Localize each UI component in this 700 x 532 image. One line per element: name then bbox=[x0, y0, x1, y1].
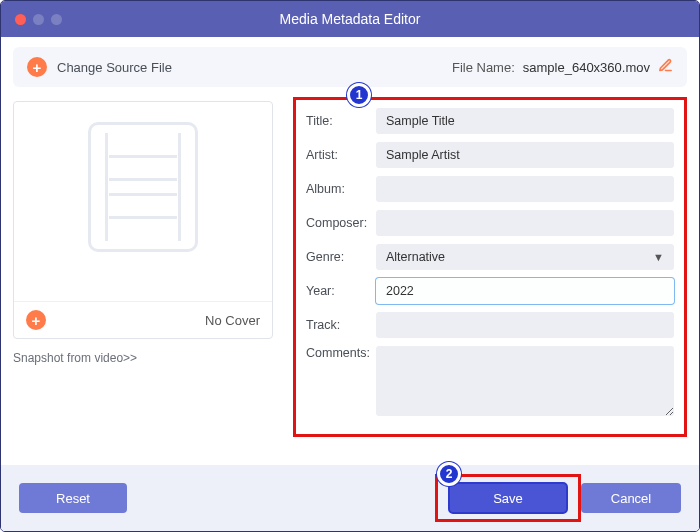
file-name-value: sample_640x360.mov bbox=[523, 60, 650, 75]
close-window-button[interactable] bbox=[15, 14, 26, 25]
genre-select[interactable]: Alternative ▼ bbox=[376, 244, 674, 270]
no-cover-label: No Cover bbox=[205, 313, 260, 328]
window-controls bbox=[15, 14, 62, 25]
track-input[interactable] bbox=[376, 312, 674, 338]
album-input[interactable] bbox=[376, 176, 674, 202]
annotation-highlight-fields: Title: Artist: Album: Composer: Genre: bbox=[293, 97, 687, 437]
title-label: Title: bbox=[306, 114, 376, 128]
edit-file-name-icon[interactable] bbox=[658, 58, 673, 76]
chevron-down-icon: ▼ bbox=[653, 251, 664, 263]
save-button[interactable]: Save bbox=[449, 483, 567, 513]
toolbar: + Change Source File File Name: sample_6… bbox=[13, 47, 687, 87]
add-cover-icon[interactable]: + bbox=[26, 310, 46, 330]
cancel-button[interactable]: Cancel bbox=[581, 483, 681, 513]
minimize-window-button[interactable] bbox=[33, 14, 44, 25]
annotation-callout-1: 1 bbox=[347, 83, 371, 107]
genre-selected-value: Alternative bbox=[386, 250, 445, 264]
snapshot-from-video-link[interactable]: Snapshot from video>> bbox=[13, 351, 273, 365]
track-label: Track: bbox=[306, 318, 376, 332]
window-title: Media Metadata Editor bbox=[1, 11, 699, 27]
album-label: Album: bbox=[306, 182, 376, 196]
file-name-label: File Name: bbox=[452, 60, 515, 75]
reset-button[interactable]: Reset bbox=[19, 483, 127, 513]
annotation-callout-2: 2 bbox=[437, 462, 461, 486]
film-placeholder-icon bbox=[88, 122, 198, 252]
year-input[interactable] bbox=[376, 278, 674, 304]
artist-label: Artist: bbox=[306, 148, 376, 162]
add-icon[interactable]: + bbox=[27, 57, 47, 77]
zoom-window-button[interactable] bbox=[51, 14, 62, 25]
comments-label: Comments: bbox=[306, 346, 376, 360]
cover-art-panel: + No Cover bbox=[13, 101, 273, 339]
title-input[interactable] bbox=[376, 108, 674, 134]
composer-input[interactable] bbox=[376, 210, 674, 236]
window-titlebar: Media Metadata Editor bbox=[1, 1, 699, 37]
artist-input[interactable] bbox=[376, 142, 674, 168]
genre-label: Genre: bbox=[306, 250, 376, 264]
composer-label: Composer: bbox=[306, 216, 376, 230]
comments-input[interactable] bbox=[376, 346, 674, 416]
bottom-button-bar: Reset 2 Save Cancel bbox=[1, 465, 699, 531]
year-label: Year: bbox=[306, 284, 376, 298]
change-source-file-link[interactable]: Change Source File bbox=[57, 60, 172, 75]
